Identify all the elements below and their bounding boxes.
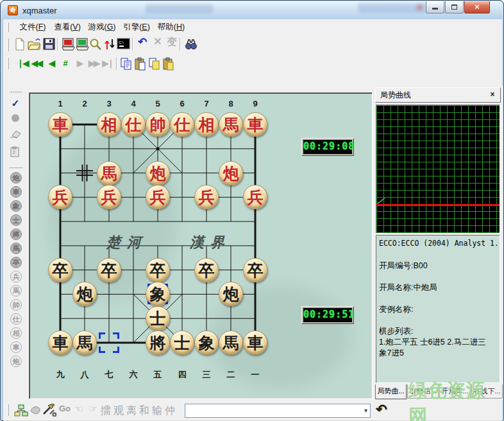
black-piece[interactable]: 卒: [194, 258, 219, 282]
engine-red-button[interactable]: [60, 37, 76, 52]
red-piece[interactable]: 仕: [121, 112, 146, 137]
palette-piece-red[interactable]: 仕: [10, 313, 22, 325]
word-button-6[interactable]: 仲: [164, 404, 176, 417]
palette-piece-red[interactable]: 炮: [10, 356, 22, 367]
black-piece[interactable]: 卒: [146, 258, 170, 282]
fast-back-button[interactable]: ◀◀: [29, 56, 44, 72]
palette-piece-black[interactable]: 馬: [10, 243, 22, 254]
open-file-button[interactable]: [26, 37, 42, 52]
red-piece[interactable]: 相: [194, 112, 219, 137]
red-piece[interactable]: 炮: [146, 161, 170, 185]
find-button[interactable]: [183, 37, 199, 52]
black-piece[interactable]: 車: [243, 331, 267, 355]
word-button-5[interactable]: 输: [151, 404, 163, 417]
maximize-button[interactable]: [445, 1, 464, 13]
paste-fen-button[interactable]: [161, 56, 176, 71]
red-piece[interactable]: 車: [48, 112, 72, 137]
situation-chart[interactable]: [376, 105, 500, 234]
word-button-3[interactable]: 离: [126, 404, 137, 417]
red-piece[interactable]: 車: [243, 112, 267, 137]
separator: [116, 57, 117, 70]
black-piece[interactable]: 車: [48, 331, 72, 355]
back-button[interactable]: ◀: [44, 56, 59, 72]
red-piece[interactable]: 馬: [219, 112, 243, 137]
tools-button[interactable]: [42, 402, 57, 418]
minimize-button[interactable]: [426, 1, 444, 13]
palette-piece-black[interactable]: 將: [10, 228, 22, 240]
undo-move-button[interactable]: ↶: [135, 35, 150, 51]
file-number-top: 4: [127, 99, 140, 108]
palette-piece-red[interactable]: 帥: [10, 299, 22, 311]
eraser-button[interactable]: [9, 130, 22, 142]
go-last-button[interactable]: ▶❘: [100, 56, 115, 72]
new-file-button[interactable]: [12, 37, 28, 52]
toolbar-grip[interactable]: [11, 91, 21, 93]
black-piece[interactable]: 將: [146, 331, 170, 355]
palette-piece-black[interactable]: 炮: [10, 172, 22, 184]
red-piece[interactable]: 相: [97, 112, 121, 137]
paste-button[interactable]: [133, 56, 148, 71]
palette-piece-black[interactable]: 車: [10, 186, 22, 198]
word-button-4[interactable]: 和: [139, 404, 150, 417]
black-piece[interactable]: 士: [146, 306, 170, 331]
toolbar-grip[interactable]: [7, 58, 9, 69]
palette-piece-red[interactable]: 兵: [10, 271, 22, 282]
copy-fen-button[interactable]: [147, 56, 162, 71]
separator: [57, 38, 58, 51]
go-button[interactable]: Go: [57, 404, 72, 419]
black-piece[interactable]: 卒: [243, 258, 267, 282]
hand-link-button[interactable]: [28, 403, 43, 418]
move-number-button[interactable]: #: [58, 56, 73, 72]
forward-button[interactable]: ▶: [72, 56, 87, 72]
go-first-button[interactable]: ❘◀: [15, 56, 30, 72]
zoom-button[interactable]: [88, 37, 103, 52]
toolbar-grip[interactable]: [7, 22, 9, 32]
black-piece[interactable]: 卒: [97, 258, 121, 282]
annotate-check-button[interactable]: ✓: [9, 98, 22, 110]
menu-item-F[interactable]: 文件(F): [17, 21, 48, 33]
title-bar[interactable]: 奇 xqmaster ×: [1, 1, 503, 19]
menu-item-G[interactable]: 游戏(G): [87, 21, 117, 33]
palette-piece-black[interactable]: 士: [10, 214, 22, 226]
menu-item-E[interactable]: 引擎(E): [121, 21, 152, 33]
console-button[interactable]: C:\: [115, 37, 131, 52]
toolbar-grip[interactable]: [7, 404, 9, 416]
takeback-button[interactable]: ↶: [376, 402, 387, 417]
curve-pane-title[interactable]: 局势曲线 ×: [375, 87, 501, 103]
curved-arrow-icon: ↶: [376, 402, 387, 417]
word-button-2[interactable]: 观: [113, 404, 124, 417]
pane-close-button[interactable]: ×: [487, 90, 498, 100]
copy-button[interactable]: [119, 56, 134, 71]
pane-tab-active[interactable]: 局势曲...: [375, 384, 407, 399]
red-piece[interactable]: 帥: [146, 112, 170, 137]
black-piece[interactable]: 象: [194, 331, 219, 355]
toolbar-grip[interactable]: [7, 39, 9, 51]
menu-item-V[interactable]: 查看(V): [52, 21, 83, 33]
close-button[interactable]: ×: [464, 1, 490, 13]
black-piece[interactable]: 士: [170, 331, 194, 355]
chevron-down-icon[interactable]: ▾: [364, 407, 367, 414]
red-piece[interactable]: 馬: [97, 161, 121, 185]
black-piece[interactable]: 馬: [72, 331, 97, 355]
change-side-button[interactable]: 变: [164, 36, 180, 51]
palette-piece-black[interactable]: 象: [10, 200, 22, 212]
palette-piece-red[interactable]: 馬: [10, 285, 22, 296]
delete-button[interactable]: ✕: [150, 35, 165, 51]
fast-forward-button[interactable]: ▶▶: [86, 56, 101, 72]
red-piece[interactable]: 仕: [170, 112, 194, 137]
red-piece[interactable]: 炮: [219, 161, 243, 185]
save-button[interactable]: [41, 37, 56, 52]
black-piece[interactable]: 卒: [48, 258, 72, 282]
move-combobox[interactable]: ▾: [185, 404, 371, 418]
palette-piece-red[interactable]: 相: [10, 327, 22, 339]
paste-position-button[interactable]: 2: [9, 146, 22, 159]
word-button-1[interactable]: 擂: [100, 404, 112, 417]
palette-piece-red[interactable]: 車: [10, 341, 22, 353]
ponder-button[interactable]: ☜: [71, 403, 87, 418]
black-piece[interactable]: 馬: [219, 331, 243, 355]
network-button[interactable]: [13, 403, 29, 418]
hint-button[interactable]: ☞: [85, 403, 101, 418]
dot-tool-button[interactable]: [9, 113, 22, 126]
palette-piece-black[interactable]: 卒: [10, 257, 22, 268]
menu-item-H[interactable]: 帮助(H): [156, 21, 187, 33]
